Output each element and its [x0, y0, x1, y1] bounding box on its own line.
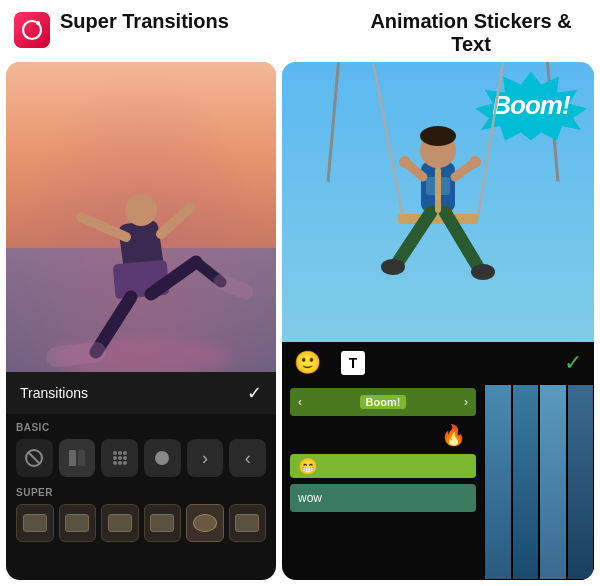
super-icons-row [16, 504, 266, 542]
thumb-3 [539, 384, 567, 580]
boom-tag: Boom! [360, 395, 407, 409]
svg-point-35 [420, 126, 456, 146]
confirm-check[interactable]: ✓ [564, 350, 582, 376]
dots-transition-icon[interactable] [101, 439, 138, 477]
left-panel: Transitions ✓ BASIC [6, 62, 276, 580]
thumb-2 [512, 384, 540, 580]
half-transition-icon[interactable] [59, 439, 96, 477]
transitions-controls: BASIC [6, 414, 276, 580]
svg-point-19 [118, 451, 122, 455]
main-content: Transitions ✓ BASIC [0, 62, 600, 586]
thumb-1 [484, 384, 512, 580]
svg-rect-16 [69, 450, 76, 466]
editor-bottom: 🙂 T ✓ ‹ Boom! › 🔥 [282, 342, 594, 580]
emoji-button[interactable]: 🙂 [294, 350, 321, 376]
dancer-svg [6, 62, 276, 372]
header: Super Transitions Animation Stickers & T… [0, 0, 600, 62]
transitions-label: Transitions [20, 385, 88, 401]
super-icon-5[interactable] [186, 504, 224, 542]
wow-label: wow [298, 491, 322, 505]
svg-point-5 [125, 194, 157, 226]
app-icon[interactable] [14, 12, 50, 48]
thumbnail-strip [484, 384, 594, 580]
svg-point-39 [469, 156, 481, 168]
swing-preview: .boom-path { fill: #00bcd4; } Boom! [282, 62, 594, 342]
svg-line-10 [81, 217, 126, 237]
transitions-check[interactable]: ✓ [247, 382, 262, 404]
track-arrow-left[interactable]: ‹ [298, 395, 302, 409]
svg-point-24 [113, 461, 117, 465]
super-label: SUPER [16, 487, 266, 498]
svg-line-13 [221, 282, 246, 292]
svg-line-11 [161, 207, 191, 234]
sticker-timeline: ‹ Boom! › 🔥 😁 wow [282, 384, 594, 580]
right-panel: .boom-path { fill: #00bcd4; } Boom! [282, 62, 594, 580]
svg-point-43 [471, 264, 495, 280]
transitions-bar: Transitions ✓ [6, 372, 276, 414]
smile-row[interactable]: 😁 [290, 454, 476, 478]
editor-toolbar: 🙂 T ✓ [282, 342, 594, 384]
svg-point-23 [123, 456, 127, 460]
text-button[interactable]: T [341, 351, 365, 375]
right-panel-title: Animation Stickers & Text [356, 10, 586, 56]
track-arrow-right[interactable]: › [464, 395, 468, 409]
svg-point-38 [399, 156, 411, 168]
arrow-left-icon[interactable]: ‹ [229, 439, 266, 477]
svg-line-15 [28, 452, 40, 464]
left-panel-title: Super Transitions [60, 10, 280, 56]
headers-text: Super Transitions Animation Stickers & T… [50, 10, 586, 56]
boom-track[interactable]: ‹ Boom! › [290, 388, 476, 416]
svg-point-2 [36, 21, 40, 25]
svg-point-27 [155, 451, 169, 465]
super-icon-3[interactable] [101, 504, 139, 542]
svg-rect-32 [398, 214, 478, 224]
svg-line-31 [478, 62, 503, 217]
svg-point-22 [118, 456, 122, 460]
dance-preview [6, 62, 276, 372]
svg-point-21 [113, 456, 117, 460]
smile-emoji: 😁 [298, 457, 318, 476]
thumb-strip [484, 384, 594, 580]
fire-row: 🔥 [290, 422, 476, 448]
super-icon-2[interactable] [59, 504, 97, 542]
timeline-left: ‹ Boom! › 🔥 😁 wow [282, 384, 484, 580]
no-transition-icon[interactable] [16, 439, 53, 477]
svg-point-42 [381, 259, 405, 275]
svg-point-20 [123, 451, 127, 455]
thumb-4 [567, 384, 595, 580]
svg-point-25 [118, 461, 122, 465]
svg-rect-17 [78, 450, 85, 466]
svg-point-26 [123, 461, 127, 465]
super-icon-4[interactable] [144, 504, 182, 542]
super-icon-1[interactable] [16, 504, 54, 542]
svg-line-30 [373, 62, 403, 217]
super-section: SUPER [16, 487, 266, 542]
kid-on-swing-svg [282, 62, 594, 342]
svg-rect-0 [14, 12, 50, 48]
fire-emoji: 🔥 [441, 423, 476, 447]
super-icon-6[interactable] [229, 504, 267, 542]
svg-point-18 [113, 451, 117, 455]
circle-transition-icon[interactable] [144, 439, 181, 477]
arrow-right-icon[interactable]: › [187, 439, 224, 477]
basic-icons-row: › ‹ [16, 439, 266, 477]
svg-line-12 [56, 352, 96, 357]
basic-label: BASIC [16, 422, 266, 433]
wow-track[interactable]: wow [290, 484, 476, 512]
